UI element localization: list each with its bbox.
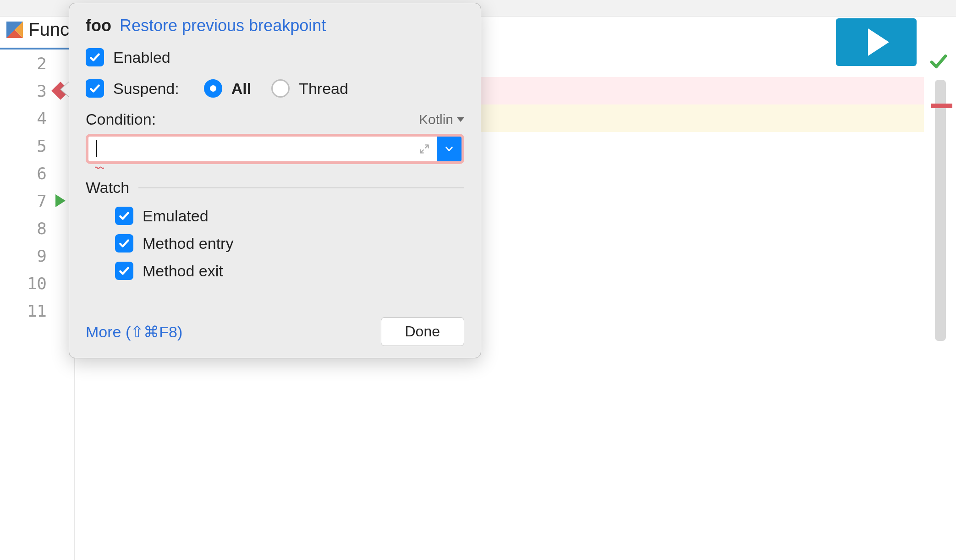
gutter-line[interactable]: 2: [0, 49, 74, 77]
condition-input-container: [86, 134, 464, 164]
breakpoint-name: foo: [86, 16, 111, 35]
watch-method-entry-checkbox[interactable]: [115, 234, 133, 253]
gutter-line[interactable]: 6: [0, 159, 74, 187]
scrollbar-error-mark[interactable]: [931, 104, 952, 108]
suspend-thread-label: Thread: [299, 80, 348, 98]
condition-language-dropdown[interactable]: Kotlin: [419, 112, 464, 127]
kotlin-file-icon: [6, 22, 23, 38]
run-gutter-icon[interactable]: [51, 192, 70, 210]
condition-input[interactable]: [88, 137, 276, 153]
gutter-line[interactable]: 4: [0, 104, 74, 132]
breakpoint-popover: foo Restore previous breakpoint Enabled …: [69, 3, 481, 358]
watch-method-exit-label: Method exit: [143, 262, 223, 280]
editor-gutter: 2 3 4 5 6 7 8 9 10 11: [0, 49, 75, 560]
gutter-line[interactable]: 7: [0, 187, 74, 214]
analysis-ok-icon[interactable]: [929, 52, 948, 71]
divider: [138, 187, 464, 188]
text-caret: [96, 140, 97, 157]
popover-callout: [61, 81, 70, 98]
play-icon: [868, 28, 889, 56]
gutter-line[interactable]: 10: [0, 269, 74, 297]
line-number: 4: [37, 109, 47, 128]
file-tab[interactable]: Funct: [6, 19, 74, 40]
error-squiggle-icon: [95, 157, 104, 159]
line-number: 3: [37, 82, 47, 100]
condition-history-dropdown[interactable]: [437, 137, 462, 161]
line-number: 5: [37, 137, 47, 155]
watch-method-entry-label: Method entry: [143, 235, 233, 253]
vertical-scrollbar[interactable]: [935, 80, 946, 341]
suspend-label: Suspend:: [113, 80, 179, 98]
enabled-checkbox[interactable]: [86, 48, 104, 66]
condition-label: Condition:: [86, 110, 156, 128]
watch-method-exit-checkbox[interactable]: [115, 262, 133, 280]
suspend-thread-radio[interactable]: [271, 79, 290, 98]
suspend-all-radio[interactable]: [204, 79, 222, 98]
caret-down-icon: [457, 117, 464, 122]
suspend-all-label: All: [231, 80, 251, 98]
gutter-line[interactable]: 9: [0, 242, 74, 269]
watch-emulated-label: Emulated: [143, 207, 209, 225]
run-button[interactable]: [836, 18, 917, 66]
suspend-checkbox[interactable]: [86, 79, 104, 98]
gutter-line[interactable]: 5: [0, 132, 74, 159]
line-number: 9: [37, 247, 47, 265]
line-number: 2: [37, 54, 47, 73]
condition-language-label: Kotlin: [419, 112, 453, 127]
line-number: 10: [27, 274, 47, 293]
watch-section-header: Watch: [86, 179, 129, 197]
watch-emulated-checkbox[interactable]: [115, 207, 133, 225]
expand-editor-icon[interactable]: [412, 137, 437, 161]
file-tab-label: Funct: [28, 19, 74, 40]
line-number: 11: [27, 302, 47, 320]
line-number: 8: [37, 219, 47, 238]
gutter-line[interactable]: 11: [0, 297, 74, 324]
gutter-line[interactable]: 8: [0, 214, 74, 242]
restore-breakpoint-link[interactable]: Restore previous breakpoint: [120, 16, 326, 35]
line-number: 6: [37, 164, 47, 183]
more-link[interactable]: More (⇧⌘F8): [86, 323, 182, 341]
line-number: 7: [37, 192, 47, 210]
enabled-label: Enabled: [113, 49, 170, 66]
done-button[interactable]: Done: [381, 317, 465, 346]
